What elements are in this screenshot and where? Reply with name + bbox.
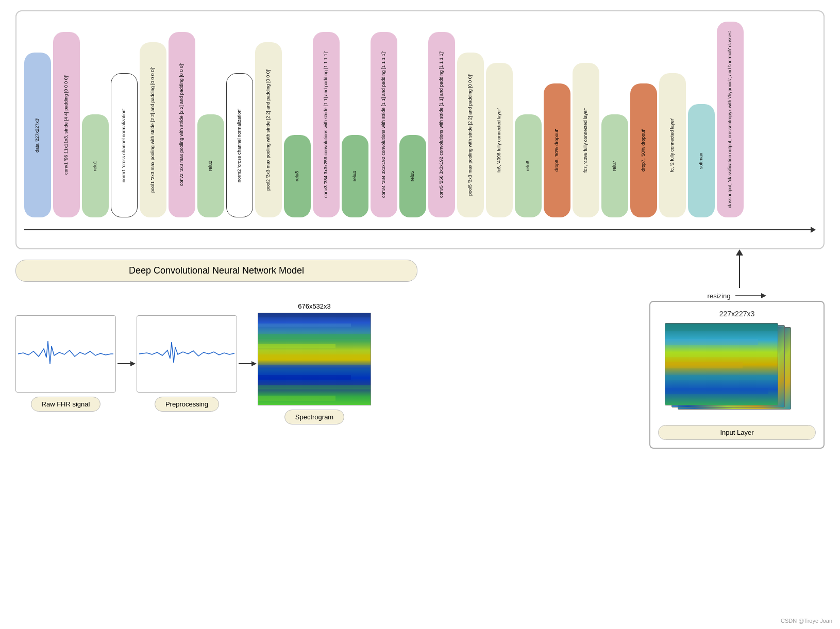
layer-block-conv5: conv5 '256 3x3x192 convolutions with str… <box>428 32 455 217</box>
svg-rect-24 <box>665 388 768 394</box>
svg-rect-10 <box>258 365 371 369</box>
spectrogram-label: Spectrogram <box>284 410 344 424</box>
svg-rect-12 <box>258 385 371 389</box>
svg-marker-15 <box>761 293 766 298</box>
input-layer-label: Input Layer <box>658 425 816 440</box>
input-layer-section: resizing 227x227x3 <box>649 291 825 449</box>
flow-arrow-container <box>24 227 816 233</box>
layer-pill-relu2: relu2 <box>197 114 224 217</box>
raw-waveform-svg <box>18 320 113 387</box>
flow-arrow-2 <box>237 359 258 369</box>
svg-rect-5 <box>258 313 371 317</box>
layer-pill-fc6: fc6, '4096 fully connected layer' <box>486 63 513 217</box>
svg-rect-23 <box>665 375 778 380</box>
layer-block-relu6: relu6 <box>515 114 542 217</box>
layer-block-conv3: conv3 '384 3x3x256 convolutions with str… <box>313 32 340 217</box>
layer-pill-conv4: conv4 '384 3x3x192 convolutions with str… <box>371 32 397 217</box>
spectrogram-svg <box>258 313 371 405</box>
layer-block-relu5: relu5 <box>399 135 426 217</box>
signal-flow: Raw FHR signal Preproce <box>15 302 639 424</box>
layer-pill-classoutput: classoutput, 'classification output, cro… <box>717 22 744 217</box>
layer-block-fc7: fc7, '4096 fully connected layer' <box>573 63 599 217</box>
svg-rect-6 <box>258 324 351 327</box>
layer-pill-conv2: conv2 '3x3 max pooling with stride [2 2]… <box>169 32 195 217</box>
svg-marker-3 <box>251 361 257 366</box>
up-arrow-svg <box>732 249 747 291</box>
arrow-svg-1 <box>117 359 136 369</box>
layer-block-relu7: relu7 <box>601 114 628 217</box>
layer-block-relu2: relu2 <box>197 114 224 217</box>
svg-rect-11 <box>258 375 351 380</box>
raw-signal-box <box>15 315 116 393</box>
resizing-label: resizing <box>708 292 731 300</box>
layer-pill-norm1: norm1 'cross channel normalization' <box>111 73 138 217</box>
preprocessing-box <box>137 315 237 393</box>
layer-pill-relu4: relu4 <box>342 135 368 217</box>
flow-arrow-line <box>24 229 811 230</box>
layer-pill-conv5: conv5 '256 3x3x192 convolutions with str… <box>428 32 455 217</box>
stacked-images <box>662 322 812 420</box>
layer-pill-pool1: pool1 '3x3 max pooling with stride [2 2]… <box>140 42 166 217</box>
layer-block-fc6: fc6, '4096 fully connected layer' <box>486 63 513 217</box>
input-layer-dim: 227x227x3 <box>658 310 816 318</box>
layer-pill-softmax: softmax <box>688 104 715 217</box>
svg-rect-8 <box>258 344 335 348</box>
layer-pill-fc7: fc7, '4096 fully connected layer' <box>573 63 599 217</box>
model-label-box: Deep Convolutional Neural Network Model <box>15 260 417 282</box>
svg-marker-1 <box>130 361 136 366</box>
spectrogram-box <box>258 313 371 405</box>
layer-block-drop6: drop6, '50% dropout' <box>544 83 570 217</box>
layer-block-classoutput: classoutput, 'classification output, cro… <box>717 22 744 217</box>
layer-block-data: data '227x227x3' <box>24 53 51 217</box>
layer-pill-conv3: conv3 '384 3x3x256 convolutions with str… <box>313 32 340 217</box>
svg-rect-22 <box>665 362 743 368</box>
layer-block-relu3: relu3 <box>284 135 311 217</box>
flow-arrow-head <box>811 227 816 233</box>
flow-arrow-1 <box>116 359 137 369</box>
layer-pill-norm2: norm2 'cross channel normalization' <box>226 73 253 217</box>
svg-rect-13 <box>258 396 335 401</box>
layer-front <box>665 323 778 405</box>
svg-marker-17 <box>736 249 743 256</box>
layer-pill-relu3: relu3 <box>284 135 311 217</box>
main-container: data '227x227x3'conv1 '96 11x11x3, strid… <box>0 0 840 459</box>
preprocessing-label: Preprocessing <box>155 397 219 412</box>
layer-pill-pool5: pool5 '3x3 max pooling with stride [2 2]… <box>457 53 484 217</box>
up-arrow-container <box>732 249 747 293</box>
preprocessing-waveform-svg <box>139 320 234 387</box>
spectrogram-dim: 676x532x3 <box>298 302 331 310</box>
left-bottom-section: Deep Convolutional Neural Network Model … <box>15 260 639 424</box>
layer-block-norm2: norm2 'cross channel normalization' <box>226 73 253 217</box>
layer-pill-fc: fc, '2 fully connected layer' <box>659 73 686 217</box>
input-layer-svg <box>665 324 778 405</box>
layer-block-conv1: conv1 '96 11x11x3, stride [4 4] padding … <box>53 32 80 217</box>
layer-block-pool2: pool2 '3x3 max pooling with stride [2 2]… <box>255 42 282 217</box>
layer-block-fc: fc, '2 fully connected layer' <box>659 73 686 217</box>
layer-pill-data: data '227x227x3' <box>24 53 51 217</box>
layer-block-softmax: softmax <box>688 104 715 217</box>
layer-pill-relu1: relu1 <box>82 114 109 217</box>
layer-pill-drop7: drop7, '50% dropout' <box>630 83 657 217</box>
raw-signal-label: Raw FHR signal <box>31 397 101 412</box>
layer-pill-relu7: relu7 <box>601 114 628 217</box>
layer-block-pool5: pool5 '3x3 max pooling with stride [2 2]… <box>457 53 484 217</box>
arrow-svg-2 <box>239 359 257 369</box>
layer-block-conv4: conv4 '384 3x3x192 convolutions with str… <box>371 32 397 217</box>
layer-block-drop7: drop7, '50% dropout' <box>630 83 657 217</box>
svg-rect-21 <box>665 352 778 357</box>
layer-pill-drop6: drop6, '50% dropout' <box>544 83 570 217</box>
layer-pill-conv1: conv1 '96 11x11x3, stride [4 4] padding … <box>53 32 80 217</box>
svg-rect-9 <box>258 354 371 361</box>
watermark: CSDN @Troye Joan <box>781 618 832 624</box>
raw-signal-item: Raw FHR signal <box>15 315 116 412</box>
layer-block-relu1: relu1 <box>82 114 109 217</box>
model-label-text: Deep Convolutional Neural Network Model <box>129 265 304 276</box>
svg-rect-20 <box>665 339 758 345</box>
layer-block-norm1: norm1 'cross channel normalization' <box>111 73 138 217</box>
layer-block-pool1: pool1 '3x3 max pooling with stride [2 2]… <box>140 42 166 217</box>
svg-rect-7 <box>258 334 371 339</box>
layer-pill-relu5: relu5 <box>399 135 426 217</box>
layer-pill-pool2: pool2 '3x3 max pooling with stride [2 2]… <box>255 42 282 217</box>
svg-rect-19 <box>665 324 778 331</box>
layer-block-relu4: relu4 <box>342 135 368 217</box>
